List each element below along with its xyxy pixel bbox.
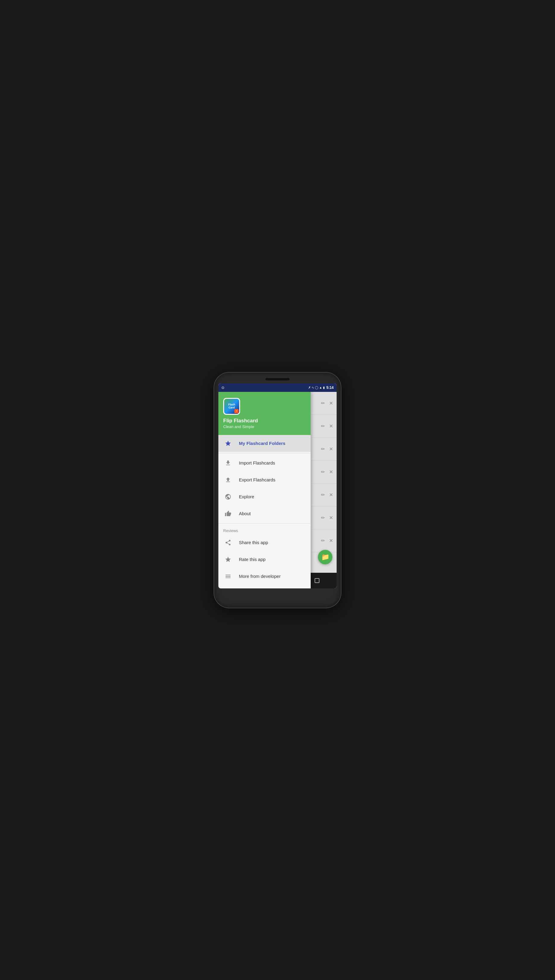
- phone-screen: ⊙ ✗ ∿ ◯ ▲ ▮ 5:14 ✏ ✕: [218, 384, 337, 588]
- thumbsup-icon: [223, 509, 233, 518]
- reviews-section-label: Reviews: [218, 525, 311, 534]
- status-right: ✗ ∿ ◯ ▲ ▮ 5:14: [308, 385, 334, 390]
- edit-icon-4: ✏: [321, 469, 325, 475]
- signal-icon: ▲: [319, 386, 322, 389]
- edit-icon-6: ✏: [321, 515, 325, 521]
- fab-icon: 📁: [321, 553, 329, 561]
- status-left: ⊙: [221, 385, 225, 390]
- status-bar: ⊙ ✗ ∿ ◯ ▲ ▮ 5:14: [218, 384, 337, 392]
- navigation-drawer: Flash Card + Flip Flashcard Clean and Si…: [218, 392, 311, 588]
- edit-icon-1: ✏: [321, 400, 325, 406]
- nav-item-more-dev[interactable]: More from developer: [218, 568, 311, 585]
- nav-label-export: Export Flashcards: [239, 477, 275, 482]
- phone-frame: ⊙ ✗ ∿ ◯ ▲ ▮ 5:14 ✏ ✕: [214, 372, 341, 608]
- nav-label-import: Import Flashcards: [239, 460, 275, 465]
- nav-label-more-dev: More from developer: [239, 574, 281, 579]
- screen-content: ✏ ✕ ✏ ✕ ✏ ✕ ✏ ✕: [218, 392, 337, 588]
- nav-item-share[interactable]: Share this app: [218, 534, 311, 551]
- close-icon-3: ✕: [329, 446, 333, 452]
- recents-button[interactable]: [311, 575, 323, 587]
- nav-label-rate: Rate this app: [239, 557, 265, 562]
- recents-icon: [314, 578, 319, 583]
- app-icon-container: Flash Card +: [223, 398, 240, 415]
- nav-item-explore[interactable]: Explore: [218, 488, 311, 505]
- status-time: 5:14: [326, 385, 334, 390]
- alarm-icon: ◯: [315, 386, 318, 389]
- nav-label-share: Share this app: [239, 540, 268, 545]
- edit-icon-5: ✏: [321, 492, 325, 498]
- nav-label-about: About: [239, 511, 251, 516]
- nav-item-export[interactable]: Export Flashcards: [218, 472, 311, 488]
- edit-icon-3: ✏: [321, 446, 325, 452]
- fab-add-folder[interactable]: 📁: [318, 550, 332, 564]
- bluetooth-icon: ✗: [308, 386, 311, 389]
- upload-icon: [223, 475, 233, 485]
- vibrate-icon: ∿: [311, 386, 314, 389]
- share-icon: [223, 538, 233, 547]
- close-icon-4: ✕: [329, 469, 333, 475]
- edit-icon-2: ✏: [321, 423, 325, 429]
- nav-label-my-folders: My Flashcard Folders: [239, 441, 286, 446]
- nav-item-import[interactable]: Import Flashcards: [218, 455, 311, 472]
- star-icon: [223, 439, 233, 448]
- nav-label-explore: Explore: [239, 494, 254, 499]
- main-area: ✏ ✕ ✏ ✕ ✏ ✕ ✏ ✕: [218, 392, 337, 588]
- app-subtitle: Clean and Simple: [223, 424, 306, 429]
- app-icon: Flash Card +: [224, 399, 239, 414]
- close-icon-2: ✕: [329, 423, 333, 429]
- battery-icon: ▮: [323, 386, 325, 389]
- nav-item-about[interactable]: About: [218, 505, 311, 522]
- close-icon-1: ✕: [329, 400, 333, 406]
- nav-divider-2: [218, 523, 311, 524]
- list-icon: [223, 572, 233, 581]
- close-icon-6: ✕: [329, 515, 333, 521]
- close-icon-5: ✕: [329, 492, 333, 498]
- edit-icon-7: ✏: [321, 538, 325, 544]
- globe-icon: [223, 492, 233, 502]
- close-icon-7: ✕: [329, 538, 333, 544]
- app-icon-badge: +: [234, 409, 239, 413]
- drawer-header: Flash Card + Flip Flashcard Clean and Si…: [218, 392, 311, 435]
- app-name: Flip Flashcard: [223, 418, 306, 424]
- download-icon: [223, 458, 233, 468]
- app-icon-text-line2: Card: [228, 406, 235, 409]
- drawer-nav-scroll: My Flashcard Folders Import Flashcards: [218, 435, 311, 588]
- phone-speaker: [265, 378, 290, 380]
- nav-item-rate[interactable]: Rate this app: [218, 551, 311, 568]
- rate-star-icon: [223, 555, 233, 564]
- nav-item-my-folders[interactable]: My Flashcard Folders: [218, 435, 311, 452]
- android-icon: ⊙: [221, 385, 225, 390]
